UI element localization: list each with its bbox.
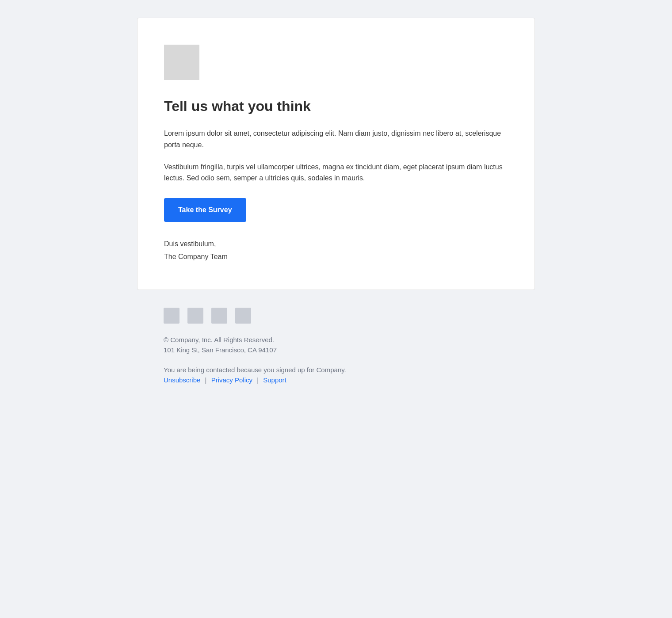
email-card: Tell us what you think Lorem ipsum dolor… [137, 18, 535, 290]
take-survey-button[interactable]: Take the Survey [164, 198, 246, 222]
email-paragraph-2: Vestibulum fringilla, turpis vel ullamco… [164, 161, 508, 184]
footer-address: 101 King St, San Francisco, CA 94107 [164, 346, 508, 354]
email-footer: © Company, Inc. All Rights Reserved. 101… [137, 308, 535, 384]
support-link[interactable]: Support [263, 376, 286, 384]
social-icon-3[interactable] [211, 308, 227, 324]
footer-separator-2: | [257, 376, 259, 384]
footer-separator-1: | [205, 376, 207, 384]
social-icon-2[interactable] [187, 308, 203, 324]
unsubscribe-link[interactable]: Unsubscribe [164, 376, 200, 384]
signature-line-1: Duis vestibulum, [164, 238, 508, 251]
footer-notice: You are being contacted because you sign… [164, 366, 508, 374]
footer-links-row: Unsubscribe | Privacy Policy | Support [164, 376, 508, 384]
privacy-policy-link[interactable]: Privacy Policy [211, 376, 252, 384]
signature-line-2: The Company Team [164, 251, 508, 263]
email-signature: Duis vestibulum, The Company Team [164, 238, 508, 263]
social-icons-row [164, 308, 508, 324]
company-logo [164, 45, 199, 80]
email-paragraph-1: Lorem ipsum dolor sit amet, consectetur … [164, 128, 508, 150]
footer-copyright: © Company, Inc. All Rights Reserved. [164, 336, 508, 343]
social-icon-1[interactable] [164, 308, 179, 324]
social-icon-4[interactable] [235, 308, 251, 324]
email-title: Tell us what you think [164, 98, 508, 114]
